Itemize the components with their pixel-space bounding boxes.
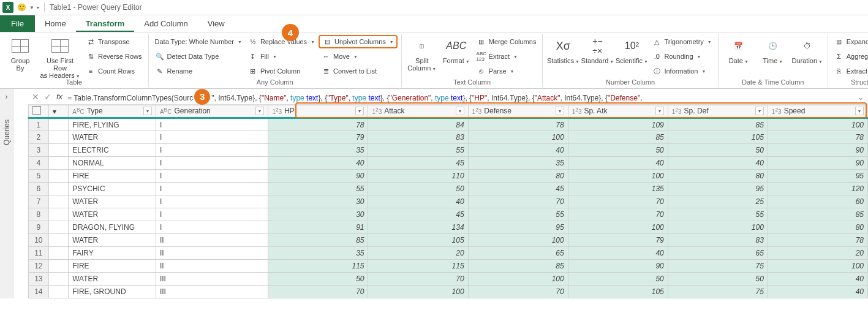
cell[interactable]: 55 xyxy=(468,208,568,221)
cell[interactable]: I xyxy=(156,208,268,221)
unpivot-columns-button[interactable]: ⊟Unpivot Columns▼ xyxy=(319,35,398,48)
cell[interactable]: 120 xyxy=(768,183,867,195)
cell[interactable]: 135 xyxy=(568,183,668,195)
row-number[interactable]: 4 xyxy=(29,157,49,170)
convert-to-list-button[interactable]: ≣Convert to List xyxy=(319,64,398,78)
column-header-sp-def[interactable]: 123Sp. Def▾ xyxy=(668,105,768,118)
data-type-button[interactable]: Data Type: Whole Number▼ xyxy=(153,35,244,48)
row-number[interactable]: 13 xyxy=(29,273,49,286)
column-header-type[interactable]: ABCType▾ xyxy=(69,105,156,118)
cell[interactable]: 60 xyxy=(768,195,867,208)
cell[interactable]: 100 xyxy=(568,221,668,234)
cell[interactable]: 40 xyxy=(268,157,368,170)
transpose-button[interactable]: ⇄Transpose xyxy=(83,35,145,48)
date-button[interactable]: 📅Date▼ xyxy=(722,35,755,67)
row-number[interactable]: 1 xyxy=(29,118,49,131)
select-all-corner[interactable] xyxy=(29,105,49,118)
cell[interactable]: 95 xyxy=(668,183,768,195)
cell[interactable]: 75 xyxy=(668,286,768,298)
cell[interactable]: 50 xyxy=(668,273,768,286)
formula-expand-icon[interactable]: ⌄ xyxy=(857,92,864,102)
cell[interactable]: III xyxy=(156,273,268,286)
cell[interactable]: ELECTRIC xyxy=(69,144,156,157)
scientific-button[interactable]: 10²Scientific▼ xyxy=(615,35,648,67)
cell[interactable]: 55 xyxy=(368,144,468,157)
cell[interactable]: WATER xyxy=(69,208,156,221)
cell[interactable]: II xyxy=(156,234,268,247)
information-button[interactable]: ⓘInformation▼ xyxy=(649,64,714,78)
cell[interactable]: 20 xyxy=(768,247,867,260)
cell[interactable]: 85 xyxy=(568,131,668,144)
row-number[interactable]: 11 xyxy=(29,247,49,260)
cell[interactable]: 25 xyxy=(668,195,768,208)
expand-button[interactable]: ⊞Expand xyxy=(832,35,868,48)
tab-view[interactable]: View xyxy=(198,15,235,32)
column-header-hp[interactable]: 123HP▾ xyxy=(268,105,368,118)
parse-button[interactable]: ⎋Parse▼ xyxy=(474,64,539,78)
cell[interactable]: NORMAL xyxy=(69,157,156,170)
filter-icon[interactable]: ▾ xyxy=(755,107,764,115)
cell[interactable]: I xyxy=(156,183,268,195)
cell[interactable]: 78 xyxy=(768,131,867,144)
filter-icon[interactable]: ▾ xyxy=(655,107,664,115)
filter-icon[interactable]: ▾ xyxy=(855,107,864,115)
cell[interactable]: 80 xyxy=(768,221,867,234)
expand-col[interactable]: ▾ xyxy=(48,105,69,118)
cell[interactable]: 50 xyxy=(268,273,368,286)
column-header-sp-atk[interactable]: 123Sp. Atk▾ xyxy=(568,105,668,118)
cell[interactable]: 105 xyxy=(368,234,468,247)
cell[interactable]: 134 xyxy=(368,221,468,234)
cell[interactable]: 100 xyxy=(668,221,768,234)
time-button[interactable]: 🕒Time▼ xyxy=(757,35,790,67)
cell[interactable]: DRAGON, FLYING xyxy=(69,221,156,234)
formula-text[interactable]: = Table.TransformColumnTypes(Sourc3", In… xyxy=(67,89,852,105)
cell[interactable]: 45 xyxy=(468,183,568,195)
aggregate-button[interactable]: ΣAggregate xyxy=(832,50,868,63)
rounding-button[interactable]: .0Rounding▼ xyxy=(649,50,714,63)
cell[interactable]: I xyxy=(156,131,268,144)
cell[interactable]: I xyxy=(156,144,268,157)
cell[interactable]: II xyxy=(156,260,268,273)
cell[interactable]: 85 xyxy=(268,234,368,247)
tab-home[interactable]: Home xyxy=(35,15,76,32)
cell[interactable]: 70 xyxy=(568,208,668,221)
cell[interactable]: 90 xyxy=(568,260,668,273)
merge-columns-button[interactable]: ⊞Merge Columns xyxy=(474,35,539,48)
row-number[interactable]: 9 xyxy=(29,221,49,234)
cell[interactable]: 78 xyxy=(768,234,867,247)
cell[interactable]: 85 xyxy=(468,260,568,273)
cell[interactable]: 55 xyxy=(668,208,768,221)
cell[interactable]: II xyxy=(156,247,268,260)
expand-queries-icon[interactable]: › xyxy=(6,93,8,101)
cell[interactable]: I xyxy=(156,221,268,234)
cell[interactable]: WATER xyxy=(69,273,156,286)
cell[interactable]: 78 xyxy=(468,118,568,131)
cell[interactable]: 40 xyxy=(568,247,668,260)
count-rows-button[interactable]: ≡Count Rows xyxy=(83,64,145,78)
cell[interactable]: FIRE, GROUND xyxy=(69,286,156,298)
column-header-attack[interactable]: 123Attack▾ xyxy=(368,105,468,118)
cell[interactable]: 90 xyxy=(768,157,867,170)
row-number[interactable]: 7 xyxy=(29,195,49,208)
cell[interactable]: 40 xyxy=(568,157,668,170)
move-button[interactable]: ↔Move▼ xyxy=(319,50,398,63)
row-number[interactable]: 5 xyxy=(29,170,49,183)
cell[interactable]: 100 xyxy=(368,286,468,298)
cell[interactable]: 100 xyxy=(468,131,568,144)
cell[interactable]: FIRE xyxy=(69,170,156,183)
cell[interactable]: FIRE xyxy=(69,260,156,273)
qat-smiley-icon[interactable]: 🙂 xyxy=(16,2,27,13)
tab-file[interactable]: File xyxy=(0,15,35,32)
cell[interactable]: 50 xyxy=(368,183,468,195)
cell[interactable]: 45 xyxy=(368,157,468,170)
reverse-rows-button[interactable]: ⇅Reverse Rows xyxy=(83,50,145,63)
cell[interactable]: 83 xyxy=(368,131,468,144)
trigonometry-button[interactable]: △Trigonometry▼ xyxy=(649,35,714,48)
cell[interactable]: 30 xyxy=(268,195,368,208)
cell[interactable]: 35 xyxy=(268,247,368,260)
extract-values-button[interactable]: ⎘Extract Values xyxy=(832,64,868,78)
tab-add-column[interactable]: Add Column xyxy=(134,15,198,32)
row-number[interactable]: 3 xyxy=(29,144,49,157)
cell[interactable]: 100 xyxy=(568,170,668,183)
group-by-button[interactable]: Group By xyxy=(4,35,37,73)
